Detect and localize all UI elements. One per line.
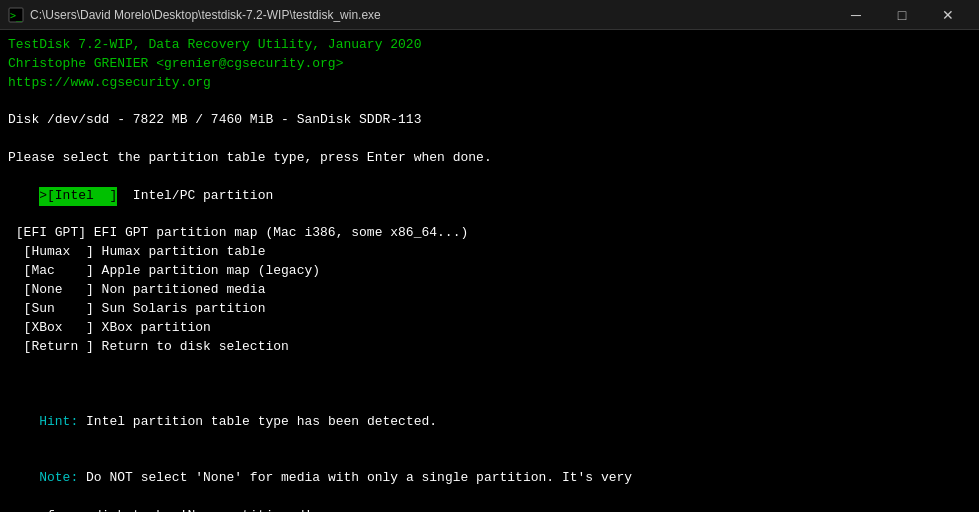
hint-text: Intel partition table type has been dete… bbox=[78, 414, 437, 429]
disk-info: Disk /dev/sdd - 7822 MB / 7460 MiB - San… bbox=[8, 111, 971, 130]
prompt-line: Please select the partition table type, … bbox=[8, 149, 971, 168]
note-label: Note: bbox=[39, 470, 78, 485]
close-button[interactable]: ✕ bbox=[925, 0, 971, 30]
option-efi[interactable]: [EFI GPT] EFI GPT partition map (Mac i38… bbox=[8, 224, 971, 243]
blank2 bbox=[8, 130, 971, 149]
blank1 bbox=[8, 93, 971, 112]
option-xbox[interactable]: [XBox ] XBox partition bbox=[8, 319, 971, 338]
note-line2: rare for a disk to be 'Non-partitioned'. bbox=[8, 507, 971, 512]
hint-line: Hint: Intel partition table type has bee… bbox=[8, 394, 971, 451]
svg-text:>_: >_ bbox=[10, 10, 23, 22]
titlebar-title: C:\Users\David Morelo\Desktop\testdisk-7… bbox=[30, 8, 381, 22]
titlebar-left: >_ C:\Users\David Morelo\Desktop\testdis… bbox=[8, 7, 381, 23]
note-line: Note: Do NOT select 'None' for media wit… bbox=[8, 451, 971, 508]
option-none[interactable]: [None ] Non partitioned media bbox=[8, 281, 971, 300]
option-mac[interactable]: [Mac ] Apple partition map (legacy) bbox=[8, 262, 971, 281]
option-return[interactable]: [Return ] Return to disk selection bbox=[8, 338, 971, 357]
header-line1: TestDisk 7.2-WIP, Data Recovery Utility,… bbox=[8, 36, 971, 55]
header-line3: https://www.cgsecurity.org bbox=[8, 74, 971, 93]
hint-label: Hint: bbox=[39, 414, 78, 429]
terminal-area: TestDisk 7.2-WIP, Data Recovery Utility,… bbox=[0, 30, 979, 512]
intel-label: Intel/PC partition bbox=[117, 188, 273, 203]
option-humax[interactable]: [Humax ] Humax partition table bbox=[8, 243, 971, 262]
selected-intel-bracket: >[Intel ] bbox=[39, 187, 117, 206]
blank4 bbox=[8, 375, 971, 394]
titlebar-controls: ─ □ ✕ bbox=[833, 0, 971, 30]
terminal-icon: >_ bbox=[8, 7, 24, 23]
option-sun[interactable]: [Sun ] Sun Solaris partition bbox=[8, 300, 971, 319]
note-text: Do NOT select 'None' for media with only… bbox=[78, 470, 632, 485]
blank3 bbox=[8, 356, 971, 375]
titlebar: >_ C:\Users\David Morelo\Desktop\testdis… bbox=[0, 0, 979, 30]
minimize-button[interactable]: ─ bbox=[833, 0, 879, 30]
header-line2: Christophe GRENIER <grenier@cgsecurity.o… bbox=[8, 55, 971, 74]
maximize-button[interactable]: □ bbox=[879, 0, 925, 30]
option-intel-row[interactable]: >[Intel ] Intel/PC partition bbox=[8, 168, 971, 225]
